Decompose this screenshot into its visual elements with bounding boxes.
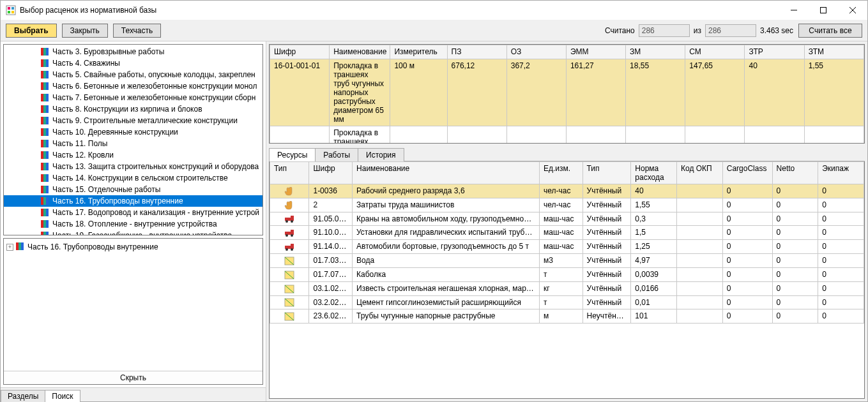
column-header[interactable]: Netto [772,162,818,184]
svg-rect-63 [285,218,291,221]
tab-resources[interactable]: Ресурсы [269,148,316,161]
column-header[interactable]: Тип [582,162,631,184]
tree-item[interactable]: Часть 5. Свайные работы, опускные колодц… [4,69,263,80]
tree-item[interactable]: Часть 14. Конструкции в сельском строите… [4,172,263,184]
tree-item[interactable]: Часть 8. Конструкции из кирпича и блоков [4,103,263,115]
cell: Прокладка в траншеях труб чугунных [330,126,390,144]
tree-item[interactable]: Часть 13. Защита строительных конструкци… [4,161,263,172]
table-row[interactable]: 01.7.03.0…Водам3Учтённый4,97000 [270,254,864,268]
tree-item[interactable]: Часть 16. Трубопроводы внутренние [4,195,263,207]
column-header[interactable]: ОЗ [506,45,566,59]
column-header[interactable]: Код ОКП [677,162,723,184]
cell [506,126,566,144]
count-all-button[interactable]: Считать все [798,24,862,38]
minimize-button[interactable] [779,1,809,20]
tree-item[interactable]: Часть 6. Бетонные и железобетонные конст… [4,80,263,92]
table-row[interactable]: 2Затраты труда машинистовчел-часУчтённый… [270,198,864,212]
column-header[interactable]: Ед.изм. [539,162,582,184]
cell: маш-час [539,240,582,254]
tree-item[interactable]: Часть 15. Отделочные работы [4,184,263,195]
svg-rect-48 [41,197,43,205]
select-button[interactable]: Выбрать [6,24,57,38]
svg-rect-9 [41,48,43,56]
table-row[interactable]: 23.6.02.03Трубы чугунные напорные растру… [270,309,864,324]
cell: Установки для гидравлических испытаний т… [353,226,540,240]
column-header[interactable]: ЗТР [745,45,804,59]
tree-item[interactable]: Часть 3. Буровзрывные работы [4,46,263,57]
cell: 0 [772,267,818,281]
tab-history[interactable]: История [358,148,404,161]
svg-rect-54 [41,220,43,228]
column-header[interactable]: Норма расхода [631,162,677,184]
table-row[interactable]: Прокладка в траншеях труб чугунных [270,126,864,144]
tree-item-label: Часть 11. Полы [52,139,107,148]
column-header[interactable]: Наименование [353,162,540,184]
cell: 03.2.02.0… [309,295,353,309]
cell: Учтённый [582,267,631,281]
column-header[interactable]: СМ [685,45,745,59]
cell: 0 [818,295,864,309]
table-row[interactable]: 03.1.02.0…Известь строительная негашеная… [270,281,864,295]
column-header[interactable]: Тип [270,162,309,184]
hand-icon [284,187,294,196]
tree-item[interactable]: Часть 9. Строительные металлические конс… [4,115,263,126]
table-row[interactable]: 91.10.09-…Установки для гидравлических и… [270,226,864,240]
cell: Учтённый [582,226,631,240]
tab-works[interactable]: Работы [315,148,358,161]
mat-icon [284,257,294,265]
tab-sections[interactable]: Разделы [1,390,45,402]
column-header[interactable]: CargoClass [722,162,772,184]
rates-table[interactable]: ШифрНаименованиеИзмерительПЗОЗЭММЗМСМЗТР… [270,45,864,143]
cell: Прокладка в траншеях труб чугунных напор… [330,59,390,126]
hide-button[interactable]: Скрыть [4,371,263,384]
table-row[interactable]: 16-01-001-01Прокладка в траншеях труб чу… [270,59,864,126]
column-header[interactable]: ПЗ [447,45,506,59]
table-row[interactable]: 91.05.05-…Краны на автомобильном ходу, г… [270,212,864,226]
of-label: из [694,26,701,35]
cell: 0 [772,281,818,295]
maximize-button[interactable] [809,1,838,20]
svg-rect-55 [43,220,46,228]
tree-item[interactable]: Часть 18. Отопление - внутренние устройс… [4,218,263,230]
resources-table[interactable]: ТипШифрНаименованиеЕд.изм.ТипНорма расхо… [270,161,864,324]
column-header[interactable]: Шифр [309,162,353,184]
book-icon [41,82,50,90]
svg-rect-14 [46,59,49,67]
table-row[interactable]: 1-0036Рабочий среднего разряда 3,6чел-ча… [270,184,864,198]
cell [677,254,723,268]
svg-rect-15 [41,71,43,78]
svg-rect-17 [46,71,49,78]
table-row[interactable]: 03.2.02.0…Цемент гипсоглиноземистый расш… [270,295,864,309]
cell: Каболка [353,267,540,281]
column-header[interactable]: Наименование [330,45,390,59]
column-header[interactable]: Экипаж [818,162,864,184]
svg-rect-2 [11,7,14,10]
tree-item[interactable]: Часть 11. Полы [4,138,263,149]
close-dialog-button[interactable]: Закрыть [62,24,108,38]
column-header[interactable]: Шифр [270,45,330,59]
cell: Учтённый [582,254,631,268]
tab-search[interactable]: Поиск [45,390,80,402]
expander-icon[interactable]: + [6,244,13,251]
tree-item[interactable]: Часть 17. Водопровод и канализация - вну… [4,207,263,218]
right-panel: ШифрНаименованиеИзмерительПЗОЗЭММЗМСМЗТР… [266,41,867,401]
techpart-button[interactable]: Техчасть [113,24,161,38]
svg-rect-32 [46,128,49,136]
tree-item[interactable]: Часть 12. Кровли [4,149,263,161]
close-button[interactable] [838,1,867,20]
cell: 100 м [390,59,447,126]
tree-item[interactable]: Часть 19. Газоснабжение - внутренние уст… [4,230,263,235]
column-header[interactable]: Измеритель [390,45,447,59]
table-row[interactable]: 91.14.02-…Автомобили бортовые, грузоподъ… [270,240,864,254]
column-header[interactable]: ЭММ [566,45,625,59]
tree-item[interactable]: Часть 4. Скважины [4,57,263,69]
tree-item[interactable]: Часть 7. Бетонные и железобетонные конст… [4,92,263,103]
detail-line[interactable]: + Часть 16. Трубопроводы внутренние [6,241,260,253]
cell: 0 [772,240,818,254]
tree[interactable]: Часть 3. Буровзрывные работыЧасть 4. Скв… [4,45,263,235]
column-header[interactable]: ЗТМ [804,45,864,59]
column-header[interactable]: ЗМ [626,45,685,59]
tree-item[interactable]: Часть 10. Деревянные конструкции [4,126,263,138]
cell: 0 [722,281,772,295]
table-row[interactable]: 01.7.07.2…КаболкатУчтённый0,0039000 [270,267,864,281]
